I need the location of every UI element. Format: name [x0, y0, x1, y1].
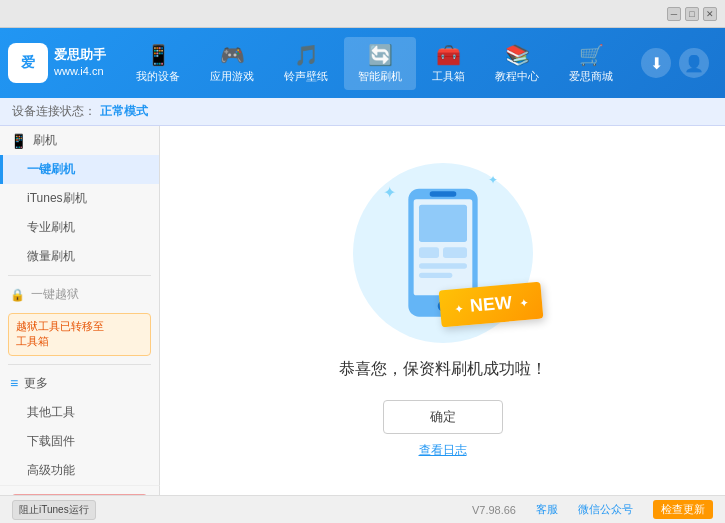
- brand-url: www.i4.cn: [54, 64, 106, 79]
- mall-icon: 🛒: [579, 43, 604, 67]
- left-panel: 📱 刷机 一键刷机 iTunes刷机 专业刷机 微量刷机: [0, 126, 160, 495]
- toolbox-label: 工具箱: [432, 69, 465, 84]
- app-window: 爱 爱思助手 www.i4.cn 📱 我的设备 🎮 应用游戏 🎵 铃声壁纸 🔄: [0, 28, 725, 523]
- svg-rect-6: [443, 247, 467, 258]
- footer-wechat-public[interactable]: 微信公众号: [578, 502, 633, 517]
- footer-customer-service[interactable]: 客服: [536, 502, 558, 517]
- nav-mall[interactable]: 🛒 爱思商城: [555, 37, 627, 90]
- sidebar-section-jailbreak: 🔒 一键越狱: [0, 280, 159, 309]
- phone-illustration: ✦ ✦ ✦: [353, 163, 533, 343]
- divider-2: [8, 364, 151, 365]
- lock-icon: 🔒: [10, 288, 25, 302]
- sidebar-item-advanced[interactable]: 高级功能: [0, 456, 159, 485]
- brand-name: 爱思助手: [54, 46, 106, 64]
- download-button[interactable]: ⬇: [641, 48, 671, 78]
- nav-bar: 📱 我的设备 🎮 应用游戏 🎵 铃声壁纸 🔄 智能刷机 🧰 工具箱 📚: [108, 37, 641, 90]
- more-section-label: 更多: [24, 375, 48, 392]
- my-device-label: 我的设备: [136, 69, 180, 84]
- cancel-link[interactable]: 查看日志: [419, 442, 467, 459]
- logo-text: 爱思助手 www.i4.cn: [54, 46, 106, 80]
- apps-games-label: 应用游戏: [210, 69, 254, 84]
- device-bottom-bar: 自动跳过 跳过向导 📱 iPhone 12 mini 64GB Down-12m…: [0, 485, 160, 495]
- phone-circle-bg: ✦ ✦ ✦: [353, 163, 533, 343]
- nav-my-device[interactable]: 📱 我的设备: [122, 37, 194, 90]
- account-button[interactable]: 👤: [679, 48, 709, 78]
- maximize-button[interactable]: □: [685, 7, 699, 21]
- status-value: 正常模式: [100, 103, 148, 120]
- svg-rect-4: [419, 204, 467, 241]
- sidebar-item-pro-flash[interactable]: 专业刷机: [0, 213, 159, 242]
- window-controls[interactable]: ─ □ ✕: [667, 7, 717, 21]
- footer-version: V7.98.66: [472, 504, 516, 516]
- content-area: 📱 刷机 一键刷机 iTunes刷机 专业刷机 微量刷机: [0, 126, 725, 495]
- svg-rect-7: [419, 263, 467, 268]
- success-area: ✦ ✦ ✦: [160, 126, 725, 495]
- footer-right: V7.98.66 客服 微信公众号 检查更新: [472, 500, 713, 519]
- sidebar-item-itunes-flash[interactable]: iTunes刷机: [0, 184, 159, 213]
- sidebar-section-more[interactable]: ≡ 更多: [0, 369, 159, 398]
- status-bar: 设备连接状态： 正常模式: [0, 98, 725, 126]
- sidebar-item-save-flash[interactable]: 微量刷机: [0, 242, 159, 271]
- svg-rect-8: [419, 272, 452, 277]
- divider-1: [8, 275, 151, 276]
- sidebar-item-download-fw[interactable]: 下载固件: [0, 427, 159, 456]
- sidebar-item-one-click-flash[interactable]: 一键刷机: [0, 155, 159, 184]
- jailbreak-notice: 越狱工具已转移至工具箱: [8, 313, 151, 356]
- nav-smart-flash[interactable]: 🔄 智能刷机: [344, 37, 416, 90]
- nav-tutorial[interactable]: 📚 教程中心: [481, 37, 553, 90]
- ringtones-label: 铃声壁纸: [284, 69, 328, 84]
- logo-area: 爱 爱思助手 www.i4.cn: [8, 43, 108, 83]
- svg-rect-2: [429, 191, 456, 196]
- ringtones-icon: 🎵: [294, 43, 319, 67]
- nav-apps-games[interactable]: 🎮 应用游戏: [196, 37, 268, 90]
- logo-icon: 爱: [8, 43, 48, 83]
- confirm-button[interactable]: 确定: [383, 400, 503, 434]
- mall-label: 爱思商城: [569, 69, 613, 84]
- nav-ringtones[interactable]: 🎵 铃声壁纸: [270, 37, 342, 90]
- sidebar-item-other-tools[interactable]: 其他工具: [0, 398, 159, 427]
- header-right: ⬇ 👤: [641, 48, 717, 78]
- footer-left: 阻止iTunes运行: [12, 500, 456, 520]
- smart-flash-label: 智能刷机: [358, 69, 402, 84]
- title-bar: ─ □ ✕: [0, 0, 725, 28]
- svg-rect-5: [419, 247, 439, 258]
- toolbox-icon: 🧰: [436, 43, 461, 67]
- tutorial-icon: 📚: [505, 43, 530, 67]
- itunes-status-button[interactable]: 阻止iTunes运行: [12, 500, 96, 520]
- minimize-button[interactable]: ─: [667, 7, 681, 21]
- my-device-icon: 📱: [146, 43, 171, 67]
- tutorial-label: 教程中心: [495, 69, 539, 84]
- app-footer: 阻止iTunes运行 V7.98.66 客服 微信公众号 检查更新: [0, 495, 725, 523]
- check-update-button[interactable]: 检查更新: [653, 500, 713, 519]
- sparkle-2: ✦: [488, 173, 498, 187]
- status-label: 设备连接状态：: [12, 103, 96, 120]
- app-header: 爱 爱思助手 www.i4.cn 📱 我的设备 🎮 应用游戏 🎵 铃声壁纸 🔄: [0, 28, 725, 98]
- apps-games-icon: 🎮: [220, 43, 245, 67]
- more-section-icon: ≡: [10, 375, 18, 391]
- footer-itunes-area: 阻止iTunes运行: [12, 500, 96, 520]
- smart-flash-icon: 🔄: [368, 43, 393, 67]
- close-button[interactable]: ✕: [703, 7, 717, 21]
- jailbreak-label: 一键越狱: [31, 286, 79, 303]
- main-panel: ✦ ✦ ✦: [160, 126, 725, 495]
- success-message: 恭喜您，保资料刷机成功啦！: [339, 359, 547, 380]
- nav-toolbox[interactable]: 🧰 工具箱: [418, 37, 479, 90]
- flash-section-icon: 📱: [10, 133, 27, 149]
- sidebar: 📱 刷机 一键刷机 iTunes刷机 专业刷机 微量刷机: [0, 126, 160, 485]
- flash-section-label: 刷机: [33, 132, 57, 149]
- sidebar-section-flash[interactable]: 📱 刷机: [0, 126, 159, 155]
- sparkle-1: ✦: [383, 183, 396, 202]
